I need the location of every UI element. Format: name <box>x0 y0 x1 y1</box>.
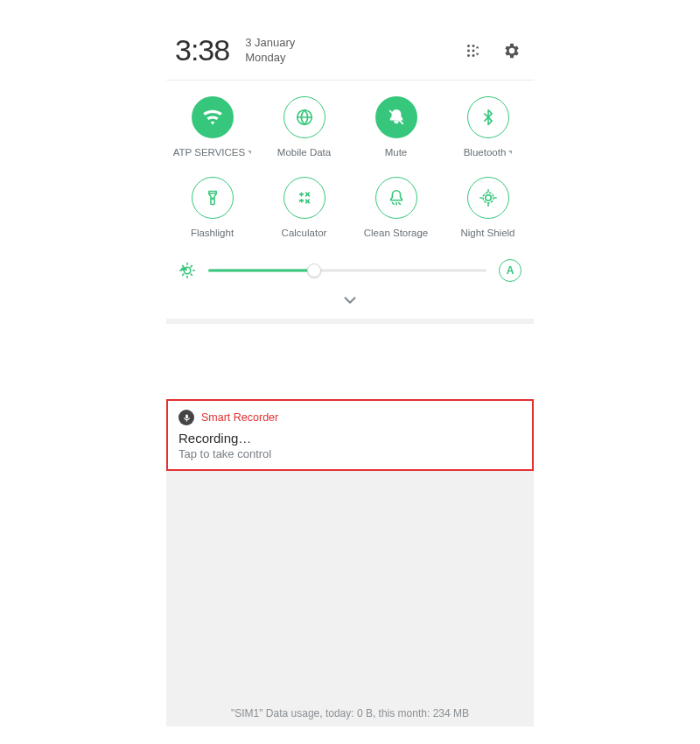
qs-header: 3:38 3 January Monday <box>166 18 534 81</box>
night-icon <box>467 177 509 219</box>
qs-tile-grid: ATP SERVICESMobile DataMuteBluetoothFlas… <box>166 81 534 247</box>
empty-gap <box>166 324 534 399</box>
qs-tile-globe[interactable]: Mobile Data <box>258 96 350 158</box>
notification-shade: 3:38 3 January Monday ATP SERVICESMobile <box>166 18 534 726</box>
qs-tile-label: Mobile Data <box>277 147 331 158</box>
qs-tile-night[interactable]: Night Shield <box>442 177 534 238</box>
brightness-slider[interactable] <box>208 262 486 279</box>
svg-point-5 <box>472 54 475 57</box>
svg-point-9 <box>483 193 494 203</box>
notification-app-name: Smart Recorder <box>201 411 278 424</box>
content-area: "SIM1" Data usage, today: 0 B, this mont… <box>166 471 534 726</box>
expand-row <box>166 287 534 319</box>
qs-tile-label: Flashlight <box>191 228 234 238</box>
qs-tile-flashlight[interactable]: Flashlight <box>166 177 258 238</box>
brightness-icon <box>178 262 196 279</box>
svg-point-4 <box>467 54 470 57</box>
chevron-down-icon[interactable] <box>340 291 360 310</box>
date-block: 3 January Monday <box>245 36 464 65</box>
date-text: 3 January <box>245 36 464 50</box>
qs-tile-label: Clean Storage <box>364 228 429 238</box>
calculator-icon <box>284 177 326 219</box>
qs-tile-label: Calculator <box>282 228 327 238</box>
day-text: Monday <box>245 51 464 65</box>
mic-icon <box>178 410 194 425</box>
qs-tile-bluetooth[interactable]: Bluetooth <box>442 96 534 158</box>
notification-smart-recorder[interactable]: Smart Recorder Recording… Tap to take co… <box>166 399 534 471</box>
qs-tile-mute[interactable]: Mute <box>350 96 442 158</box>
flashlight-icon <box>192 177 234 219</box>
auto-brightness-label: A <box>507 264 514 277</box>
svg-point-7 <box>212 198 214 200</box>
notification-subtitle: Tap to take control <box>178 447 522 460</box>
brightness-row: A <box>166 247 534 287</box>
qs-tile-calculator[interactable]: Calculator <box>258 177 350 238</box>
qs-tile-label: ATP SERVICES <box>173 147 251 158</box>
notification-title: Recording… <box>178 431 522 446</box>
mute-icon <box>375 96 417 138</box>
wifi-icon <box>192 96 234 138</box>
data-usage-footer: "SIM1" Data usage, today: 0 B, this mont… <box>175 707 525 719</box>
gear-icon[interactable] <box>502 41 522 60</box>
svg-point-2 <box>467 49 470 52</box>
qs-tile-label: Night Shield <box>460 228 514 238</box>
bluetooth-icon <box>467 96 509 138</box>
expand-arrow-icon <box>508 151 512 154</box>
qs-tile-wifi[interactable]: ATP SERVICES <box>166 96 258 158</box>
qs-tile-label: Mute <box>385 147 408 158</box>
header-actions <box>464 41 525 60</box>
svg-point-0 <box>467 45 470 47</box>
qs-tile-label: Bluetooth <box>464 147 513 158</box>
notification-header: Smart Recorder <box>178 410 522 425</box>
auto-brightness-toggle[interactable]: A <box>499 259 522 282</box>
qs-tile-clean[interactable]: Clean Storage <box>350 177 442 238</box>
clock-time: 3:38 <box>175 33 229 67</box>
clean-icon <box>375 177 417 219</box>
svg-point-8 <box>485 195 490 200</box>
globe-icon <box>284 96 326 138</box>
reorder-icon[interactable] <box>464 41 483 60</box>
svg-point-1 <box>472 45 475 47</box>
expand-arrow-icon <box>248 151 251 154</box>
svg-point-3 <box>472 49 475 52</box>
